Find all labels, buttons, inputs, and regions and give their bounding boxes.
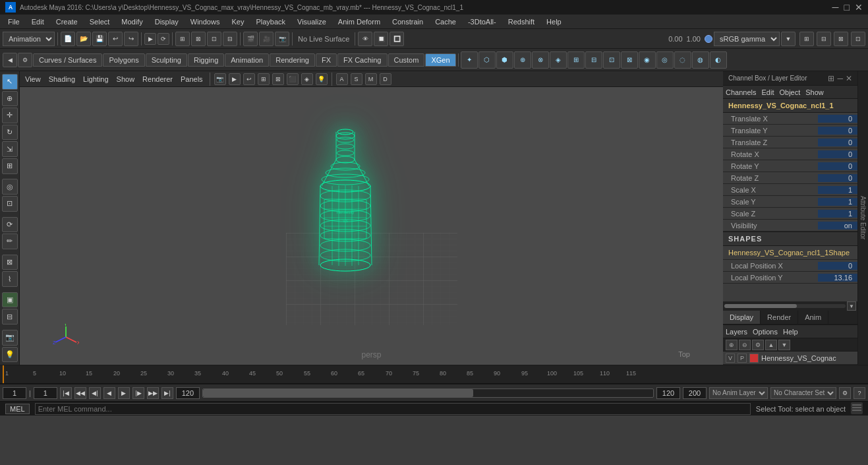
char-set-selector[interactable]: No Character Set (770, 387, 836, 399)
tab-render[interactable]: Render (761, 311, 798, 324)
vp-menu-view[interactable]: View (22, 75, 43, 83)
menu-playback[interactable]: Playback (250, 16, 291, 27)
xgen-icon-1[interactable]: ✦ (461, 51, 478, 69)
menu-select[interactable]: Select (84, 16, 115, 27)
lasso-btn[interactable]: ⟳ (158, 33, 169, 45)
xgen-icon-8[interactable]: ⊟ (585, 51, 602, 69)
snap-to-grid-btn[interactable]: ⊠ (2, 255, 18, 270)
cb-expand-btn[interactable]: ⊞ (828, 74, 834, 83)
scroll-down-btn[interactable]: ▼ (847, 301, 856, 311)
channel-local-pos-x[interactable]: Local Position X 0 (723, 260, 857, 272)
menu-cache[interactable]: Cache (430, 16, 461, 27)
new-scene-btn[interactable]: 📄 (61, 32, 75, 46)
channel-visibility[interactable]: Visibility on (723, 220, 857, 232)
menu-modify[interactable]: Modify (116, 16, 148, 27)
vp-menu-shading[interactable]: Shading (46, 75, 78, 83)
workspace-selector[interactable]: Animation (3, 32, 55, 46)
channel-translate-x[interactable]: Translate X 0 (723, 113, 857, 125)
scale-btn[interactable]: ⇲ (2, 141, 18, 157)
xgen-icon-6[interactable]: ◈ (550, 51, 567, 69)
xgen-icon-14[interactable]: ◍ (692, 51, 709, 69)
step-back-btn[interactable]: ◀◀ (74, 387, 86, 399)
panel-btn3[interactable]: ⊠ (834, 32, 848, 46)
channel-rotate-z[interactable]: Rotate Z 0 (723, 172, 857, 184)
cb-menu-show[interactable]: Show (805, 88, 824, 96)
render-btn2[interactable]: 🎥 (259, 32, 274, 46)
range-end-input[interactable] (176, 387, 200, 399)
vp-menu-show[interactable]: Show (114, 75, 138, 83)
time-range-bar[interactable] (202, 388, 654, 398)
layer-new-btn[interactable]: ⊕ (726, 340, 738, 350)
render-btn1[interactable]: 🎬 (243, 32, 258, 46)
shelf-tab-sculpting[interactable]: Sculpting (146, 53, 187, 67)
next-frame-btn[interactable]: |▶ (132, 387, 144, 399)
layers-menu[interactable]: Layers (726, 328, 747, 336)
layer-options-btn[interactable]: ⚙ (752, 340, 764, 350)
vp-loop-btn[interactable]: ↩ (243, 73, 255, 85)
tab-display[interactable]: Display (723, 311, 761, 324)
snap-btn1[interactable]: ⊞ (175, 32, 190, 46)
vp-texture-btn[interactable]: ◈ (301, 73, 313, 85)
jump-end-btn[interactable]: ▶| (161, 387, 173, 399)
open-scene-btn[interactable]: 📂 (76, 32, 91, 46)
vp-persp-btn[interactable]: ⊞ (258, 73, 270, 85)
panel-btn2[interactable]: ⊟ (817, 32, 831, 46)
max-frame-input[interactable] (683, 387, 707, 399)
mel-toggle-btn[interactable]: MEL (5, 404, 30, 414)
colorspace-selector[interactable]: sRGB gamma (714, 32, 780, 46)
mel-command-input[interactable] (35, 403, 751, 415)
menu-visualize[interactable]: Visualize (292, 16, 332, 27)
rotate-btn[interactable]: ↻ (2, 125, 18, 140)
menu-windows[interactable]: Windows (185, 16, 225, 27)
transform-btn[interactable]: ⊞ (2, 158, 18, 174)
xgen-icon-15[interactable]: ◐ (710, 51, 727, 69)
minimize-btn[interactable]: ─ (832, 2, 839, 13)
cb-menu-edit[interactable]: Edit (761, 88, 774, 96)
layer-p-toggle[interactable]: P (738, 354, 747, 363)
menu-anim-deform[interactable]: Anim Deform (333, 16, 386, 27)
viewport-canvas[interactable]: Hennessy V.S persp Top X Y Z (20, 87, 723, 365)
cb-minimize-btn[interactable]: ─ (837, 74, 843, 83)
undo-btn[interactable]: ↩ (108, 32, 123, 46)
paint-btn[interactable]: ✏ (2, 233, 18, 249)
channel-rotate-y[interactable]: Rotate Y 0 (723, 160, 857, 172)
select-btn[interactable]: ▶ (144, 33, 156, 45)
vp-sao-btn[interactable]: S (351, 73, 362, 85)
snap-btn4[interactable]: ⊟ (223, 32, 237, 46)
shelf-tab-xgen[interactable]: XGen (425, 53, 455, 67)
colorspace-options-btn[interactable]: ▼ (781, 32, 796, 46)
prev-frame-btn[interactable]: ◀| (89, 387, 101, 399)
view-btn3[interactable]: 🔳 (390, 32, 404, 46)
paint-select-btn[interactable]: ⊕ (2, 91, 18, 107)
xgen-icon-2[interactable]: ⬡ (478, 51, 496, 69)
anim-help-btn[interactable]: ? (854, 387, 865, 399)
close-btn[interactable]: ✕ (855, 2, 863, 13)
play-back-btn[interactable]: ◀ (103, 387, 115, 399)
anim-prefs-btn[interactable]: ⚙ (839, 387, 851, 399)
channel-scale-x[interactable]: Scale X 1 (723, 184, 857, 196)
shelf-tab-rendering[interactable]: Rendering (270, 53, 315, 67)
play-fwd-btn[interactable]: ▶ (118, 387, 130, 399)
vp-menu-lighting[interactable]: Lighting (80, 75, 111, 83)
vp-cam-btn[interactable]: 📷 (214, 73, 226, 85)
layer-color-swatch[interactable] (749, 354, 759, 363)
menu-constrain[interactable]: Constrain (387, 16, 428, 27)
shelf-gear-btn[interactable]: ⚙ (18, 53, 32, 67)
xgen-icon-9[interactable]: ⊡ (603, 51, 620, 69)
vp-play-btn[interactable]: ▶ (229, 73, 241, 85)
step-fwd-btn[interactable]: ▶▶ (147, 387, 159, 399)
cb-close-btn[interactable]: ✕ (846, 74, 852, 83)
panel-btn1[interactable]: ⊞ (799, 32, 814, 46)
soft-mod-btn[interactable]: ◎ (2, 179, 18, 195)
vp-menu-renderer[interactable]: Renderer (140, 75, 175, 83)
shelf-tab-polygons[interactable]: Polygons (103, 53, 144, 67)
shelf-collapse-btn[interactable]: ◀ (3, 53, 17, 67)
snap-to-curve-btn[interactable]: ⌇ (2, 271, 18, 287)
save-scene-btn[interactable]: 💾 (92, 32, 107, 46)
vp-motblur-btn[interactable]: M (365, 73, 377, 85)
vp-wire-btn[interactable]: ⊠ (272, 73, 284, 85)
options-menu[interactable]: Options (753, 328, 778, 336)
shelf-tab-curves[interactable]: Curves / Surfaces (33, 53, 102, 67)
anim-layer-selector[interactable]: No Anim Layer (709, 387, 768, 399)
xgen-icon-5[interactable]: ⊗ (532, 51, 549, 69)
